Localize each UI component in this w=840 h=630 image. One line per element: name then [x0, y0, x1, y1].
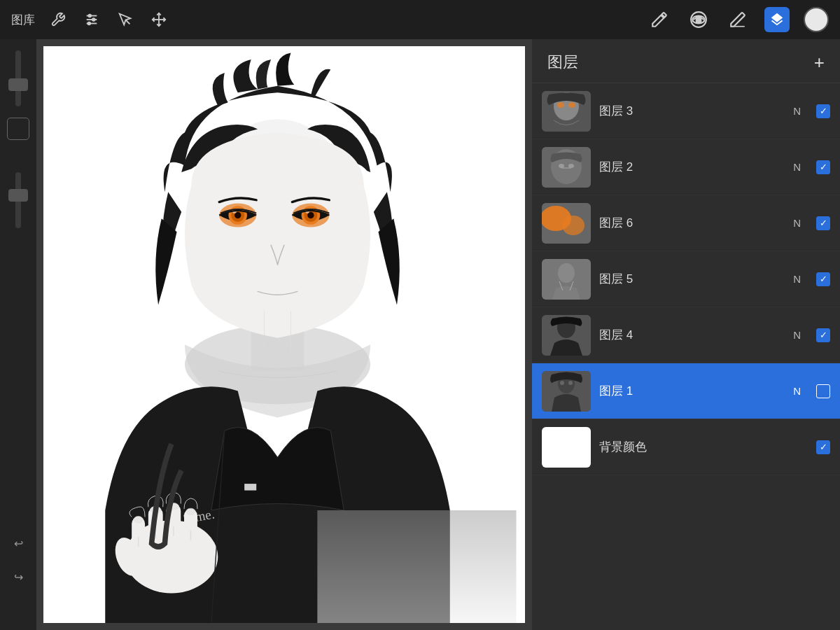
layer-visibility-checkbox[interactable] — [816, 328, 830, 342]
svg-rect-65 — [542, 427, 591, 468]
layer-blend-mode[interactable]: N — [793, 329, 801, 341]
wrench-icon[interactable] — [48, 9, 69, 30]
opacity-thumb[interactable] — [8, 189, 28, 202]
undo-button[interactable]: ↩ — [7, 532, 29, 554]
layer-name-label: 图层 1 — [599, 383, 785, 399]
shape-tool-button[interactable] — [7, 118, 29, 140]
left-sidebar: ↩ ↪ — [0, 39, 36, 630]
layer-name-label: 背景颜色 — [599, 439, 808, 455]
layer-item-layer5[interactable]: 图层 5 N — [532, 251, 840, 307]
layer-thumbnail — [542, 259, 591, 300]
opacity-slider-container — [0, 172, 36, 228]
layers-list: 图层 3 N 图层 2 N 图层 6 N — [532, 83, 840, 630]
layer-item-layer2[interactable]: 图层 2 N — [532, 139, 840, 195]
layers-header: 图层 + — [532, 39, 840, 83]
layer-visibility-checkbox[interactable] — [816, 216, 830, 230]
add-layer-button[interactable]: + — [814, 53, 825, 71]
canvas-area[interactable]: Time. — [36, 39, 532, 630]
layer-blend-mode[interactable]: N — [793, 385, 801, 397]
svg-point-45 — [557, 102, 564, 108]
layer-thumbnail — [542, 147, 591, 188]
drawing-surface[interactable]: Time. — [43, 46, 525, 623]
layer-visibility-checkbox[interactable] — [816, 440, 830, 454]
transform-icon[interactable] — [148, 9, 169, 30]
layer-blend-mode[interactable]: N — [793, 105, 801, 117]
layer-name-label: 图层 4 — [599, 327, 785, 343]
svg-point-38 — [134, 517, 143, 523]
svg-point-56 — [558, 263, 575, 283]
svg-point-51 — [568, 164, 574, 168]
layer-item-layer3[interactable]: 图层 3 N — [532, 83, 840, 139]
layer-item-layer1[interactable]: 图层 1 N — [532, 363, 840, 419]
svg-point-64 — [568, 381, 573, 385]
svg-rect-15 — [244, 484, 256, 490]
svg-point-63 — [560, 381, 564, 385]
layer-name-label: 图层 3 — [599, 103, 785, 119]
layer-thumbnail — [542, 91, 591, 132]
layer-thumbnail — [542, 203, 591, 244]
svg-rect-42 — [317, 510, 516, 623]
eraser-tool-button[interactable] — [725, 7, 750, 32]
redo-button[interactable]: ↪ — [7, 566, 29, 588]
brush-size-slider[interactable] — [15, 50, 21, 106]
toolbar-left: 图库 — [11, 9, 647, 30]
layer-visibility-checkbox[interactable] — [816, 160, 830, 174]
layer-item-layer6[interactable]: 图层 6 N — [532, 195, 840, 251]
adjustments-icon[interactable] — [81, 9, 102, 30]
artwork-display: Time. — [43, 46, 525, 623]
toolbar-right — [647, 7, 829, 32]
svg-point-50 — [559, 164, 564, 168]
smudge-tool-button[interactable] — [686, 7, 711, 32]
top-toolbar: 图库 — [0, 0, 840, 39]
opacity-slider[interactable] — [15, 172, 21, 228]
layer-name-label: 图层 6 — [599, 215, 785, 231]
layer-visibility-checkbox[interactable] — [816, 104, 830, 118]
layers-panel: 图层 + 图层 3 N — [532, 39, 840, 630]
layer-name-label: 图层 5 — [599, 271, 785, 287]
layers-panel-button[interactable] — [764, 7, 790, 32]
selection-icon[interactable] — [115, 9, 136, 30]
layer-item-bg[interactable]: 背景颜色 — [532, 419, 840, 475]
svg-point-41 — [186, 508, 195, 514]
svg-point-3 — [88, 15, 91, 18]
layer-blend-mode[interactable]: N — [793, 217, 801, 229]
gallery-button[interactable]: 图库 — [11, 12, 35, 28]
layer-blend-mode[interactable]: N — [793, 273, 801, 285]
brush-tool-button[interactable] — [647, 7, 672, 32]
layer-thumbnail — [542, 371, 591, 412]
layer-visibility-checkbox[interactable] — [816, 272, 830, 286]
layer-visibility-checkbox[interactable] — [816, 384, 830, 398]
layer-name-label: 图层 2 — [599, 159, 785, 175]
layer-blend-mode[interactable]: N — [793, 161, 801, 173]
svg-point-46 — [568, 102, 575, 108]
layer-thumbnail — [542, 427, 591, 468]
svg-point-5 — [88, 22, 91, 25]
color-swatch-button[interactable] — [804, 7, 829, 32]
brush-size-thumb[interactable] — [8, 78, 28, 91]
svg-point-54 — [562, 216, 584, 235]
brush-size-slider-container — [0, 50, 36, 106]
layer-thumbnail — [542, 315, 591, 356]
layer-item-layer4[interactable]: 图层 4 N — [532, 307, 840, 363]
layers-panel-title: 图层 — [547, 52, 578, 73]
svg-point-4 — [92, 18, 95, 21]
